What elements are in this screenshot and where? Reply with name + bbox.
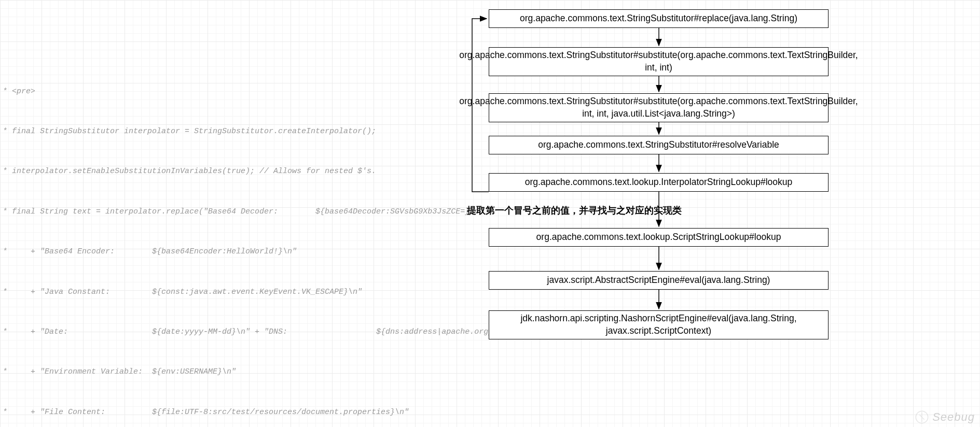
watermark: Seebug	[915, 410, 975, 424]
flow-box-1: org.apache.commons.text.StringSubstituto…	[489, 9, 829, 28]
flow-box-6: org.apache.commons.text.lookup.ScriptStr…	[489, 228, 829, 247]
flow-box-text: jdk.nashorn.api.scripting.NashornScriptE…	[493, 312, 824, 337]
flow-box-text: org.apache.commons.text.lookup.ScriptStr…	[536, 231, 781, 244]
flow-box-text: org.apache.commons.text.StringSubstituto…	[538, 139, 779, 151]
code-line: * final StringSubstitutor interpolator =…	[3, 125, 516, 138]
code-line: * + "Date: ${date:yyyy-MM-dd}\n" + "DNS:…	[3, 325, 516, 339]
code-line: * + "Environment Variable: ${env:USERNAM…	[3, 365, 516, 379]
code-line: * + "Java Constant: ${const:java.awt.eve…	[3, 286, 516, 299]
code-line: * interpolator.setEnableSubstitutionInVa…	[3, 165, 516, 178]
flow-box-2: org.apache.commons.text.StringSubstituto…	[489, 47, 829, 76]
code-line: * <pre>	[3, 85, 516, 98]
code-line: * + "Base64 Encoder: ${base64Encoder:Hel…	[3, 245, 516, 259]
flow-box-4: org.apache.commons.text.StringSubstituto…	[489, 136, 829, 154]
code-line: * + "File Content: ${file:UTF-8:src/test…	[3, 406, 516, 419]
code-line: * final String text = interpolator.repla…	[3, 205, 516, 219]
flow-box-5: org.apache.commons.text.lookup.Interpola…	[489, 173, 829, 192]
watermark-icon	[915, 410, 929, 424]
flow-box-3: org.apache.commons.text.StringSubstituto…	[489, 93, 829, 122]
flow-box-text: org.apache.commons.text.StringSubstituto…	[459, 95, 858, 120]
annotation-text: 提取第一个冒号之前的值，并寻找与之对应的实现类	[467, 204, 682, 217]
flow-box-text: org.apache.commons.text.StringSubstituto…	[520, 12, 797, 25]
flow-box-text: org.apache.commons.text.StringSubstituto…	[459, 49, 858, 74]
flow-box-text: javax.script.AbstractScriptEngine#eval(j…	[547, 274, 770, 287]
flow-box-8: jdk.nashorn.api.scripting.NashornScriptE…	[489, 310, 829, 339]
watermark-text: Seebug	[932, 410, 975, 424]
flow-box-7: javax.script.AbstractScriptEngine#eval(j…	[489, 271, 829, 290]
flow-box-text: org.apache.commons.text.lookup.Interpola…	[525, 176, 793, 189]
code-block: * <pre> * final StringSubstitutor interp…	[3, 58, 516, 427]
